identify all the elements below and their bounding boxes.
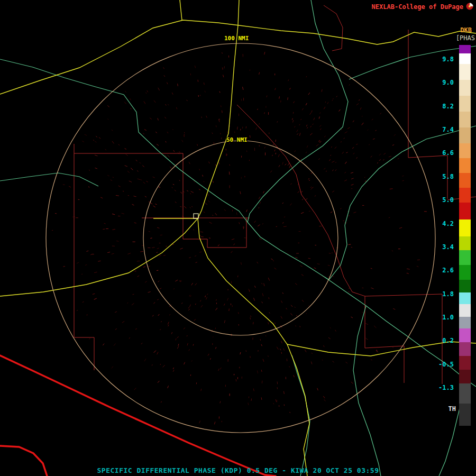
state-border-line bbox=[0, 355, 276, 476]
colorbar-segment bbox=[459, 127, 471, 143]
ring-label-100nmi: 100 NMI bbox=[224, 35, 249, 42]
colorbar-segment bbox=[459, 342, 471, 356]
colorbar-tick-label: -1.3 bbox=[431, 385, 454, 391]
range-rings bbox=[46, 43, 435, 433]
colorbar-segment bbox=[459, 292, 471, 304]
colorbar-tick-label: 7.4 bbox=[431, 126, 454, 133]
colorbar-segment bbox=[459, 219, 471, 236]
colorbar-th-label: TH bbox=[448, 405, 456, 413]
colorbar-unit-label: DKB bbox=[460, 26, 472, 34]
colorbar-segment bbox=[459, 45, 471, 53]
colorbar bbox=[459, 45, 471, 426]
radar-screen: NEXLAB-College of DuPage DKB [PHAS 9.89.… bbox=[0, 0, 476, 476]
radar-speckles bbox=[52, 52, 427, 424]
colorbar-segment bbox=[459, 265, 471, 280]
colorbar-tick-label: 6.6 bbox=[431, 150, 454, 156]
colorbar-tick-label: 5.0 bbox=[431, 197, 454, 203]
colorbar-segment bbox=[459, 80, 471, 96]
colorbar-segment bbox=[459, 304, 471, 317]
colorbar-tick-label: 8.2 bbox=[431, 103, 454, 109]
colorbar-segment bbox=[459, 143, 471, 158]
colorbar-segment bbox=[459, 53, 471, 64]
colorbar-segment bbox=[459, 64, 471, 80]
colorbar-segment bbox=[459, 383, 471, 404]
colorbar-tick-label: 5.8 bbox=[431, 173, 454, 180]
colorbar-segment bbox=[459, 370, 471, 383]
colorbar-segment bbox=[459, 112, 471, 127]
status-bar: SPECIFIC DIFFERENTIAL PHASE (KDP) 0.5 DE… bbox=[0, 466, 476, 474]
colorbar-tick-label: 1.0 bbox=[431, 314, 454, 321]
river-lines bbox=[0, 0, 476, 476]
colorbar-segment bbox=[459, 203, 471, 219]
colorbar-segment bbox=[459, 173, 471, 188]
colorbar-segment bbox=[459, 317, 471, 328]
colorbar-tick-label: -0.5 bbox=[431, 361, 454, 368]
radar-map bbox=[0, 0, 476, 476]
colorbar-segment bbox=[459, 96, 471, 112]
colorbar-tick-label: 3.4 bbox=[431, 244, 454, 250]
colorbar-segment bbox=[459, 250, 471, 265]
colorbar-tick-label: 2.6 bbox=[431, 267, 454, 273]
colorbar-segment bbox=[459, 188, 471, 203]
brand-text: NEXLAB-College of DuPage bbox=[372, 3, 463, 11]
cod-logo-icon bbox=[465, 2, 474, 11]
highway-lines bbox=[0, 0, 476, 476]
colorbar-segment bbox=[459, 356, 471, 370]
colorbar-tick-label: 9.8 bbox=[431, 56, 454, 62]
colorbar-segment bbox=[459, 280, 471, 292]
colorbar-segment bbox=[459, 236, 471, 250]
colorbar-tick-label: 1.8 bbox=[431, 291, 454, 297]
ring-label-50nmi: 50 NMI bbox=[226, 136, 248, 143]
colorbar-segment bbox=[459, 158, 471, 173]
colorbar-tick-label: 4.2 bbox=[431, 221, 454, 227]
colorbar-tick-label: 9.0 bbox=[431, 79, 454, 86]
colorbar-segment bbox=[459, 404, 471, 426]
colorbar-tick-label: 0.2 bbox=[431, 337, 454, 344]
colorbar-segment bbox=[459, 328, 471, 342]
colorbar-phase-label: [PHAS bbox=[456, 34, 475, 42]
